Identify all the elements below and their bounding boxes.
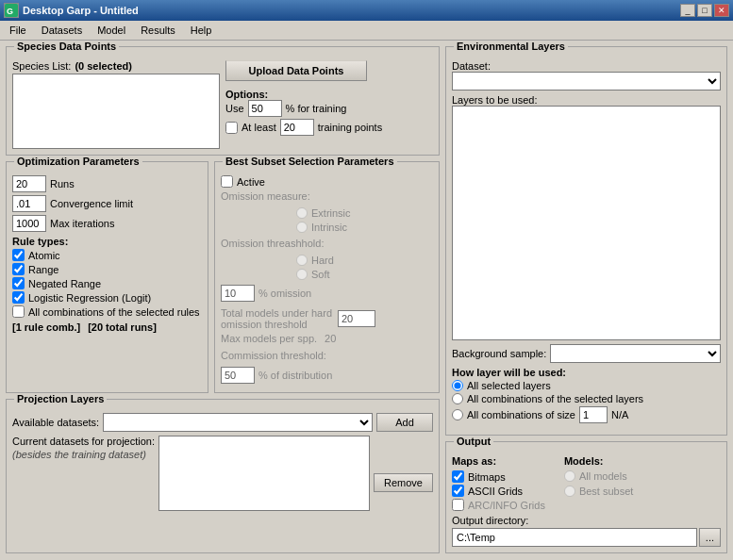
ascii-grids-label: ASCII Grids [468, 486, 523, 497]
intrinsic-label: Intrinsic [311, 222, 347, 233]
convergence-input[interactable] [12, 195, 46, 212]
output-group-label: Output [454, 436, 493, 447]
soft-radio[interactable] [296, 269, 308, 280]
arc-grids-label: ARC/INFO Grids [468, 500, 545, 511]
menu-bar: File Datasets Model Results Help [0, 21, 733, 41]
browse-button[interactable]: ... [699, 528, 721, 547]
negated-range-checkbox[interactable] [12, 277, 25, 289]
commission-input[interactable] [221, 367, 255, 384]
species-group: Species Data Points Species List: (0 sel… [6, 46, 440, 156]
total-models-input[interactable] [338, 310, 375, 327]
menu-help[interactable]: Help [185, 23, 218, 38]
environmental-group: Environmental Layers Dataset: Layers to … [445, 46, 727, 436]
omission-measure-label: Omission measure: [221, 190, 310, 202]
species-list-label: Species List: [12, 60, 71, 72]
all-models-radio[interactable] [564, 470, 575, 482]
atleast-checkbox[interactable] [225, 122, 238, 134]
projection-group-label: Projection Layers [14, 393, 107, 404]
max-models-value: 20 [325, 333, 336, 344]
available-datasets-label: Available datasets: [12, 417, 99, 428]
rule-types-label: Rule types: [12, 236, 202, 247]
soft-label: Soft [311, 269, 330, 280]
layers-label: Layers to be used: [452, 94, 721, 106]
omission-threshold-label: Omission threashhold: [221, 238, 324, 249]
ascii-grids-checkbox[interactable] [452, 485, 464, 497]
output-dir-label: Output directory: [452, 515, 721, 526]
logistic-checkbox[interactable] [12, 291, 25, 304]
env-layers-box[interactable] [452, 106, 721, 340]
max-iterations-input[interactable] [12, 215, 46, 232]
projection-group: Projection Layers Available datasets: Ad… [6, 399, 440, 553]
size-value-input[interactable] [579, 406, 608, 423]
all-combos-size-radio[interactable] [452, 409, 463, 420]
range-label: Range [28, 264, 58, 275]
left-column: Species Data Points Species List: (0 sel… [6, 46, 440, 553]
percent-training-label: % for training [286, 103, 347, 114]
runs-input[interactable] [12, 175, 46, 192]
extrinsic-label: Extrinsic [311, 207, 351, 219]
dataset-select[interactable] [452, 72, 721, 91]
best-subset-radio[interactable] [564, 486, 575, 497]
use-label: Use [225, 103, 244, 114]
logistic-label: Logistic Regression (Logit) [28, 292, 151, 304]
output-dir-input[interactable] [452, 528, 697, 547]
upload-data-points-button[interactable]: Upload Data Points [225, 60, 367, 81]
active-checkbox[interactable] [221, 175, 233, 188]
commission-label: Commission threshold: [221, 350, 326, 361]
na-label: N/A [611, 409, 628, 420]
available-datasets-select[interactable] [103, 413, 373, 432]
environmental-group-label: Environmental Layers [454, 41, 568, 52]
best-subset-group-label: Best Subset Selection Parameters [223, 156, 397, 167]
max-models-label: Max models per spp. [221, 333, 317, 344]
species-group-label: Species Data Points [14, 41, 119, 52]
all-selected-radio[interactable] [452, 380, 463, 391]
all-combos-radio[interactable] [452, 393, 463, 404]
training-percent-input[interactable] [248, 100, 282, 117]
intrinsic-radio[interactable] [296, 222, 308, 233]
background-select[interactable] [550, 344, 721, 363]
convergence-label: Convergence limit [50, 198, 133, 209]
hard-radio[interactable] [296, 255, 308, 266]
total-models-label: Total models under hard omission thresho… [221, 307, 334, 330]
dataset-label: Dataset: [452, 60, 491, 72]
bitmaps-checkbox[interactable] [452, 470, 464, 483]
omission-percent-input[interactable] [221, 285, 255, 302]
menu-results[interactable]: Results [135, 23, 181, 38]
all-combos-layers-label: All combinations of the selected layers [467, 393, 643, 404]
output-group: Output Maps as: Bitmaps ASCII Grids ARC/… [445, 441, 727, 553]
app-title: Desktop Garp - Untitled [23, 5, 139, 16]
minimize-button[interactable]: _ [680, 4, 695, 17]
extrinsic-radio[interactable] [296, 207, 308, 219]
menu-model[interactable]: Model [92, 23, 131, 38]
best-subset-group: Best Subset Selection Parameters Active … [214, 161, 440, 393]
training-points-label: training points [318, 122, 383, 133]
main-content: Species Data Points Species List: (0 sel… [0, 41, 733, 559]
app-icon: G [4, 3, 19, 18]
hard-label: Hard [311, 255, 334, 266]
arc-grids-checkbox[interactable] [452, 499, 464, 511]
all-combos-size-label: All combinations of size [467, 409, 575, 420]
commission-pct-label: % of distribution [258, 370, 332, 381]
atleast-value-input[interactable] [280, 119, 314, 136]
models-label: Models: [564, 455, 633, 467]
remove-button[interactable]: Remove [374, 473, 433, 492]
maximize-button[interactable]: □ [697, 4, 712, 17]
projection-list-box[interactable] [158, 436, 370, 511]
all-combos-checkbox[interactable] [12, 305, 25, 318]
rule-comb-note: [1 rule comb.] [12, 321, 80, 333]
close-button[interactable]: ✕ [714, 4, 729, 17]
range-checkbox[interactable] [12, 263, 25, 275]
species-selected-count: (0 selected) [75, 60, 132, 72]
besides-label: (besides the training dataset) [12, 449, 146, 460]
bitmaps-label: Bitmaps [468, 471, 506, 483]
menu-file[interactable]: File [4, 23, 32, 38]
atomic-checkbox[interactable] [12, 249, 25, 261]
negated-range-label: Negated Range [28, 278, 101, 289]
how-layer-label: How layer will be used: [452, 367, 721, 378]
right-column: Environmental Layers Dataset: Layers to … [445, 46, 727, 553]
active-label: Active [237, 176, 265, 188]
species-list-box[interactable] [12, 74, 220, 149]
menu-datasets[interactable]: Datasets [36, 23, 88, 38]
background-label: Background sample: [452, 348, 546, 359]
add-button[interactable]: Add [376, 413, 433, 432]
